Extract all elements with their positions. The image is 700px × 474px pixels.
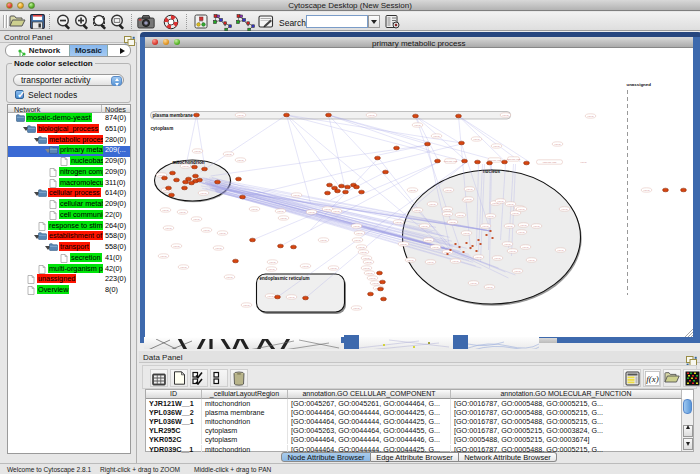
- svg-text:Yxx xx: Yxx xx: [533, 225, 540, 227]
- svg-text:Yxx xx: Yxx xx: [432, 246, 439, 248]
- svg-text:Yxx xx: Yxx xx: [280, 217, 287, 219]
- svg-text:Yxx xx: Yxx xx: [320, 239, 327, 241]
- svg-text:Yxx xx: Yxx xx: [457, 214, 464, 216]
- svg-text:Yxx xx: Yxx xx: [518, 208, 525, 210]
- svg-text:Yxx xx: Yxx xx: [308, 211, 315, 213]
- svg-text:Yxx xx: Yxx xx: [288, 296, 295, 298]
- svg-text:Yxx xx: Yxx xx: [277, 210, 284, 212]
- svg-text:Yxx xx: Yxx xx: [502, 114, 509, 116]
- svg-text:Yxx xx: Yxx xx: [219, 232, 226, 234]
- svg-text:Yxx xx: Yxx xx: [522, 246, 529, 248]
- svg-text:Yxx xx: Yxx xx: [333, 210, 340, 212]
- svg-text:Yxx xx: Yxx xx: [203, 229, 210, 231]
- svg-text:unassigned: unassigned: [626, 82, 651, 87]
- svg-text:Yxx xx: Yxx xx: [509, 250, 516, 252]
- svg-text:Yxx xx: Yxx xx: [433, 135, 440, 137]
- svg-text:Yxx xx: Yxx xx: [179, 211, 186, 213]
- svg-text:Yxx xx: Yxx xx: [267, 295, 274, 297]
- svg-text:Yxx xx: Yxx xx: [482, 225, 489, 227]
- svg-text:Yxx xx: Yxx xx: [452, 260, 459, 262]
- svg-text:Yxx xx: Yxx xx: [215, 247, 222, 249]
- svg-text:Yxx xx: Yxx xx: [225, 153, 232, 155]
- svg-text:Yxx xx: Yxx xx: [580, 161, 587, 163]
- svg-text:Yxxx xxx Yxxx: Yxxx xxx Yxxx: [506, 158, 521, 160]
- svg-text:Yxx xx: Yxx xx: [561, 208, 568, 210]
- svg-text:Yxx xx: Yxx xx: [368, 114, 375, 116]
- svg-text:Yxx xx: Yxx xx: [200, 192, 207, 194]
- svg-text:Yxx xx: Yxx xx: [463, 232, 470, 234]
- svg-text:Yxx xx: Yxx xx: [520, 224, 527, 226]
- svg-text:Yxxx xxx Yxxx: Yxxx xxx Yxxx: [443, 160, 458, 162]
- svg-text:Yxx xx: Yxx xx: [193, 218, 200, 220]
- svg-text:Yxx xx: Yxx xx: [407, 259, 414, 261]
- svg-text:Yxx xx: Yxx xx: [395, 221, 402, 223]
- svg-text:Yxx xx: Yxx xx: [372, 282, 379, 284]
- svg-text:Yxx xx: Yxx xx: [554, 143, 561, 145]
- svg-text:Yxx xx: Yxx xx: [173, 245, 180, 247]
- svg-text:nucleus: nucleus: [482, 169, 500, 174]
- svg-text:Yxx xx: Yxx xx: [330, 267, 337, 269]
- svg-text:Yxx xx: Yxx xx: [518, 231, 525, 233]
- svg-text:Yxx xx: Yxx xx: [504, 243, 511, 245]
- svg-text:Yxx xx: Yxx xx: [497, 200, 504, 202]
- svg-text:endoplasmic reticulum: endoplasmic reticulum: [259, 276, 309, 281]
- svg-text:Yxx xx: Yxx xx: [587, 115, 594, 117]
- svg-text:Yxx xx: Yxx xx: [268, 268, 275, 270]
- svg-text:Yxx xx: Yxx xx: [365, 261, 372, 263]
- svg-text:Yxx xx: Yxx xx: [512, 212, 519, 214]
- svg-text:Yxx xx: Yxx xx: [353, 307, 360, 309]
- svg-text:Yxx xx: Yxx xx: [363, 257, 370, 259]
- svg-text:Yxx xx: Yxx xx: [251, 208, 258, 210]
- svg-text:Yxx xx: Yxx xx: [494, 257, 501, 259]
- svg-text:Yxx xx: Yxx xx: [194, 150, 201, 152]
- svg-text:Yxx xx: Yxx xx: [302, 265, 309, 267]
- svg-text:Yxx xx: Yxx xx: [475, 256, 482, 258]
- svg-text:Yxx xx: Yxx xx: [360, 251, 367, 253]
- svg-text:Yxx xx: Yxx xx: [409, 189, 416, 191]
- svg-text:Yxx xx: Yxx xx: [182, 165, 189, 167]
- svg-text:Yxx xx: Yxx xx: [358, 246, 365, 248]
- svg-text:Yxxx xxx Yxxx: Yxxx xxx Yxxx: [487, 159, 502, 161]
- svg-text:Yxx xx: Yxx xx: [643, 189, 650, 191]
- svg-text:Yxx xx: Yxx xx: [507, 203, 514, 205]
- svg-text:Yxx xx: Yxx xx: [444, 251, 451, 253]
- svg-text:Yxx xx: Yxx xx: [158, 174, 165, 176]
- svg-text:Yxx xx: Yxx xx: [444, 213, 451, 215]
- svg-text:Yxx xx: Yxx xx: [356, 232, 363, 234]
- svg-text:Yxx xx: Yxx xx: [160, 255, 167, 257]
- svg-text:cytoplasm: cytoplasm: [150, 126, 173, 131]
- svg-text:Yxx xx: Yxx xx: [354, 239, 361, 241]
- svg-text:Yxx xx: Yxx xx: [465, 198, 472, 200]
- svg-text:Yxx xx: Yxx xx: [237, 114, 244, 116]
- svg-text:Yxx xx: Yxx xx: [162, 209, 169, 211]
- svg-text:Yxxx xxx Yxxx: Yxxx xxx Yxxx: [542, 161, 557, 163]
- svg-text:Yxx xx: Yxx xx: [444, 208, 451, 210]
- svg-text:Yxx xx: Yxx xx: [487, 215, 494, 217]
- svg-text:Yxx xx: Yxx xx: [425, 239, 432, 241]
- svg-text:Yxx xx: Yxx xx: [493, 145, 500, 147]
- svg-text:Yxx xx: Yxx xx: [486, 286, 493, 288]
- svg-text:Yxx xx: Yxx xx: [226, 276, 233, 278]
- svg-text:Yxx xx: Yxx xx: [528, 259, 535, 261]
- svg-text:plasma membrane: plasma membrane: [152, 113, 193, 118]
- svg-text:Yxx xx: Yxx xx: [506, 225, 513, 227]
- svg-text:Yxx xx: Yxx xx: [557, 249, 564, 251]
- svg-text:f(x): f(x): [646, 374, 659, 384]
- svg-text:Yxx xx: Yxx xx: [421, 225, 428, 227]
- svg-text:Yxx xx: Yxx xx: [180, 266, 187, 268]
- svg-text:Yxx xx: Yxx xx: [445, 189, 452, 191]
- svg-text:Yxx xx: Yxx xx: [369, 277, 376, 279]
- svg-text:Yxx xx: Yxx xx: [427, 261, 434, 263]
- svg-text:Yxx xx: Yxx xx: [514, 270, 521, 272]
- svg-text:Yxx xx: Yxx xx: [466, 188, 473, 190]
- svg-text:Yxx xx: Yxx xx: [237, 159, 244, 161]
- svg-text:Yxx xx: Yxx xx: [414, 124, 421, 126]
- svg-text:Yxx xx: Yxx xx: [243, 304, 250, 306]
- svg-text:Yxx xx: Yxx xx: [353, 225, 360, 227]
- svg-text:Yxx xx: Yxx xx: [363, 267, 370, 269]
- svg-text:Yxx xx: Yxx xx: [366, 272, 373, 274]
- svg-text:Yxx xx: Yxx xx: [165, 227, 172, 229]
- svg-text:Yxx xx: Yxx xx: [414, 209, 421, 211]
- svg-text:Yxx xx: Yxx xx: [293, 194, 300, 196]
- svg-text:Yxx xx: Yxx xx: [473, 138, 480, 140]
